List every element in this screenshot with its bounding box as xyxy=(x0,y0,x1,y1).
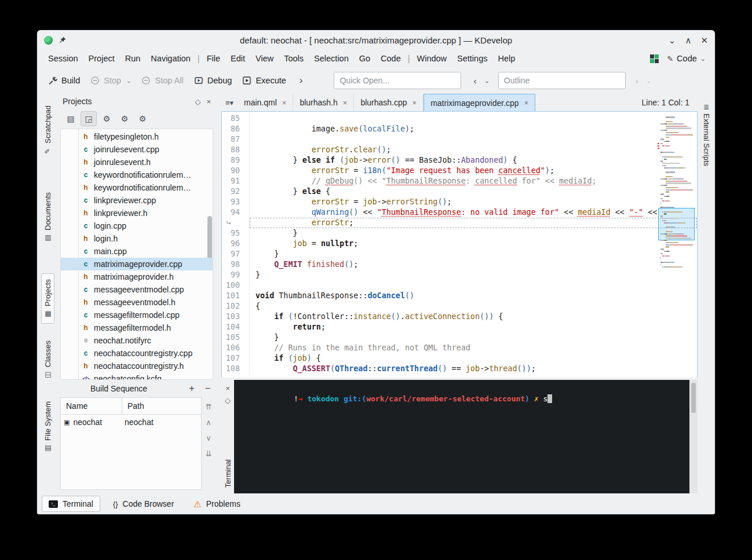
sidebar-tab-documents[interactable]: ▤Documents xyxy=(41,186,54,248)
code-line[interactable]: 106 // Runs in the main thread, not QML … xyxy=(222,343,697,353)
build-sequence-row[interactable]: ▣ neochat neochat xyxy=(61,415,201,430)
menu-project[interactable]: Project xyxy=(83,52,120,65)
menu-run[interactable]: Run xyxy=(120,52,146,65)
code-editor[interactable]: 8586 image.save(localFile);8788 errorStr… xyxy=(221,111,698,378)
titlebar[interactable]: default: neochat - [ neochat:src/matrixi… xyxy=(37,30,715,50)
menu-session[interactable]: Session xyxy=(43,52,83,65)
tree-item[interactable]: hlogin.h xyxy=(61,232,213,245)
terminal-scrollbar[interactable] xyxy=(689,380,698,493)
close-button[interactable]: ✕ xyxy=(700,36,708,45)
code-line[interactable]: 90 errorStr = i18n("Image request has be… xyxy=(222,166,697,176)
code-line[interactable]: 94 qWarning() << "ThumbnailResponse: no … xyxy=(222,207,697,218)
code-line[interactable]: 91 // qDebug() << "ThumbnailResponse: ca… xyxy=(222,176,697,186)
menu-go[interactable]: Go xyxy=(354,52,375,65)
move-bottom-button[interactable]: ⇊ xyxy=(206,450,212,457)
maximize-button[interactable]: ∧ xyxy=(685,36,691,45)
add-build-item-button[interactable]: + xyxy=(184,383,199,394)
detach-panel-icon[interactable]: ◇ xyxy=(195,97,200,106)
tree-item[interactable]: hmessagefiltermodel.h xyxy=(61,321,213,334)
tab-main-qml[interactable]: main.qml× xyxy=(238,94,293,111)
stop-all-button[interactable]: Stop All xyxy=(136,72,188,89)
menu-view[interactable]: View xyxy=(250,52,279,65)
perspective-selector[interactable]: ✎ Code ⌄ xyxy=(667,54,706,63)
tab-blurhash-h[interactable]: blurhash.h× xyxy=(293,94,354,111)
minimap[interactable] xyxy=(660,114,693,272)
code-line[interactable]: 88 errorStr.clear(); xyxy=(222,145,697,155)
minimize-button[interactable]: ⌄ xyxy=(669,36,676,45)
code-line[interactable]: 100 xyxy=(222,280,697,291)
code-line[interactable]: 86 image.save(localFile); xyxy=(222,124,697,134)
close-tab-icon[interactable]: × xyxy=(282,98,287,107)
close-panel-icon[interactable]: × xyxy=(206,97,211,106)
stop-button[interactable]: Stop ⌄ xyxy=(85,72,136,89)
code-line[interactable]: 99} xyxy=(222,270,697,280)
code-line[interactable]: 92 } else { xyxy=(222,186,697,197)
code-line[interactable]: 103 if (!Controller::instance().activeCo… xyxy=(222,312,697,322)
menu-help[interactable]: Help xyxy=(492,52,520,65)
menu-selection[interactable]: Selection xyxy=(309,52,354,65)
code-line[interactable]: 104 return; xyxy=(222,322,697,332)
close-tab-icon[interactable]: × xyxy=(343,98,348,107)
tree-item[interactable]: cmessageeventmodel.cpp xyxy=(61,283,213,296)
tree-item[interactable]: hmatriximageprovider.h xyxy=(61,270,213,283)
code-line[interactable]: 105 } xyxy=(222,332,697,343)
move-up-button[interactable]: ∧ xyxy=(206,419,211,426)
tree-item[interactable]: cneochataccountregistry.cpp xyxy=(61,347,213,360)
sidebar-tab-scratchpad[interactable]: ✎Scratchpad xyxy=(41,100,54,161)
close-tab-icon[interactable]: × xyxy=(412,98,417,107)
menu-window[interactable]: Window xyxy=(412,52,452,65)
open-project-icon[interactable]: ▤ xyxy=(63,111,79,126)
menu-code[interactable]: Code xyxy=(375,52,406,65)
tree-item[interactable]: clinkpreviewer.cpp xyxy=(61,194,213,207)
debug-button[interactable]: Debug xyxy=(189,72,238,89)
area-switcher-icon[interactable] xyxy=(650,54,659,63)
code-line[interactable]: 108 Q_ASSERT(QThread::currentThread() ==… xyxy=(222,364,697,374)
project-manage-icon[interactable]: ⚙ xyxy=(134,111,151,126)
tab-blurhash-cpp[interactable]: blurhash.cpp× xyxy=(354,94,424,111)
pin-icon[interactable] xyxy=(59,36,67,44)
menu-navigation[interactable]: Navigation xyxy=(145,52,196,65)
code-line[interactable]: 85 xyxy=(222,114,697,124)
project-settings-icon[interactable]: ⚙ xyxy=(98,111,115,126)
remove-build-item-button[interactable]: − xyxy=(200,383,216,394)
history-forward-button[interactable]: › xyxy=(631,74,643,88)
panel-splitter[interactable] xyxy=(216,94,221,493)
detach-terminal-icon[interactable]: ◇ xyxy=(225,397,231,404)
bottom-tab-code-browser[interactable]: {}Code Browser xyxy=(106,496,181,512)
menu-edit[interactable]: Edit xyxy=(225,52,250,65)
sidebar-tab-classes[interactable]: ◫Classes xyxy=(41,335,54,385)
code-line[interactable]: 96 job = nullptr; xyxy=(222,239,697,249)
column-header-path[interactable]: Path xyxy=(122,401,144,411)
document-list-button[interactable]: ≡▾ xyxy=(221,94,238,111)
sidebar-tab-file-system[interactable]: ▥File System xyxy=(41,396,54,458)
toolbar-expand-button[interactable]: › xyxy=(295,72,308,89)
close-tab-icon[interactable]: × xyxy=(524,98,529,107)
project-filter-icon[interactable]: ◲ xyxy=(81,111,97,126)
tree-item[interactable]: </>neochatconfig.kcfg xyxy=(61,372,213,380)
move-down-button[interactable]: ∨ xyxy=(206,434,211,442)
code-line[interactable]: 101void ThumbnailResponse::doCancel() xyxy=(222,291,697,301)
history-back-button[interactable]: ‹ xyxy=(469,74,480,88)
menu-file[interactable]: File xyxy=(202,52,225,65)
tree-item[interactable]: ≡neochat.notifyrc xyxy=(61,334,213,347)
bottom-tab-terminal[interactable]: ›_Terminal xyxy=(42,496,100,512)
tree-item[interactable]: cmessagefiltermodel.cpp xyxy=(61,309,213,321)
build-button[interactable]: Build xyxy=(43,72,85,89)
quick-open-input[interactable] xyxy=(334,72,461,89)
code-line[interactable]: 95 } xyxy=(222,228,697,239)
terminal-output[interactable]: !→ tokodon git:(work/carl/remember-selec… xyxy=(234,380,689,493)
sidebar-tab-external-scripts[interactable]: ≣ External Scripts xyxy=(700,102,713,169)
outline-input[interactable] xyxy=(498,72,626,89)
code-line[interactable]: 93 errorStr = job->errorString(); xyxy=(222,197,697,207)
column-header-name[interactable]: Name xyxy=(61,398,122,414)
tree-item[interactable]: hlinkpreviewer.h xyxy=(61,207,213,219)
code-line[interactable]: 89 } else if (job->error() == BaseJob::A… xyxy=(222,155,697,166)
tree-item[interactable]: ckeywordnotificationrulem… xyxy=(61,169,213,181)
bottom-tab-problems[interactable]: ⚠Problems xyxy=(187,496,247,512)
tree-item[interactable]: hneochataccountregistry.h xyxy=(61,360,213,372)
tree-item[interactable]: clogin.cpp xyxy=(61,219,213,232)
history-dropdown-button[interactable]: ⌄ xyxy=(480,75,493,86)
menu-tools[interactable]: Tools xyxy=(279,52,309,65)
tree-item[interactable]: hfiletypesingleton.h xyxy=(61,130,213,143)
tree-item[interactable]: cjoinrulesevent.cpp xyxy=(61,143,213,156)
